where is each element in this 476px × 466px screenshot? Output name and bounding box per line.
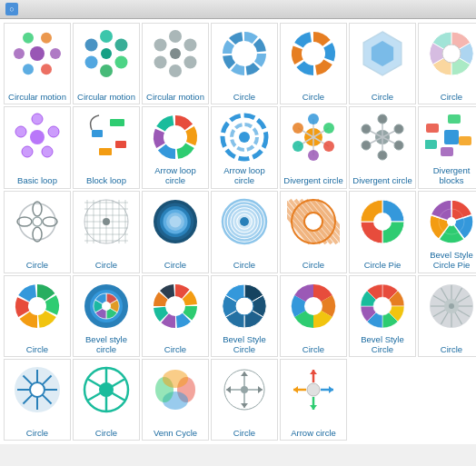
svg-point-4 [23, 33, 34, 44]
svg-point-25 [32, 114, 43, 124]
shape-cell-circle-12[interactable]: Circle [280, 275, 347, 358]
svg-point-18 [154, 56, 167, 69]
shape-cell-circle-6[interactable]: Circle [73, 191, 140, 273]
shape-cell-circle-16[interactable]: Circle [211, 359, 278, 441]
svg-point-17 [169, 64, 182, 77]
shape-cell-circle-pie-1[interactable]: Circle Pie [349, 191, 416, 273]
shape-cell-bevel-style-circle-2[interactable]: Bevel Style Circle [211, 275, 278, 358]
shape-cell-circle-1[interactable]: Circle [211, 23, 278, 104]
shape-cell-basic-loop[interactable]: Basic loop [4, 106, 71, 189]
shape-cell-circle-14[interactable]: Circle [4, 359, 71, 441]
shape-icon-circle-3 [356, 27, 409, 80]
shape-cell-block-loop[interactable]: Block loop [73, 106, 140, 189]
shape-icon-bevel-circle-1 [80, 280, 133, 332]
shape-cell-circle-15[interactable]: Circle [73, 359, 140, 441]
svg-rect-67 [459, 136, 471, 145]
shape-label-circle-14: Circle [26, 428, 48, 438]
shape-label-divergent-circle-1: Divergent circle [283, 175, 342, 185]
svg-point-44 [323, 141, 334, 152]
shape-icon-circle-14 [11, 363, 64, 416]
shape-label-circle-8: Circle [233, 260, 255, 270]
svg-point-28 [22, 146, 33, 157]
svg-point-12 [85, 39, 98, 52]
shape-cell-divergent-circle-2[interactable]: Divergent circle [349, 106, 416, 189]
svg-marker-170 [226, 386, 231, 393]
svg-point-46 [308, 150, 319, 161]
shape-cell-circular-motion-2[interactable]: Circular motion [73, 23, 140, 104]
shape-icon-block-loop [80, 111, 133, 164]
shape-cell-arrow-loop-circle[interactable]: Arrow loop circle [142, 106, 209, 189]
shape-cell-circle-13[interactable]: Circle [418, 275, 476, 358]
shape-icon-circle-7 [149, 195, 202, 248]
svg-point-3 [14, 48, 25, 59]
shape-label-circle-16: Circle [233, 428, 255, 438]
shape-cell-circle-2[interactable]: Circle [280, 23, 347, 104]
shape-icon-circle-11 [149, 280, 202, 332]
shape-icon-circular-motion-1 [11, 27, 64, 80]
svg-point-127 [304, 297, 322, 315]
svg-point-61 [362, 141, 371, 150]
svg-point-14 [169, 30, 182, 43]
svg-point-165 [163, 370, 188, 388]
shape-icon-bevel-style-circle-2 [218, 280, 271, 332]
shape-icon-circular-motion-2 [80, 27, 133, 80]
shape-cell-bevel-circle-1[interactable]: Bevel style circle [73, 275, 140, 358]
svg-marker-175 [310, 370, 317, 374]
shape-label-arrow-loop-circle-2: Arrow loop circle [213, 165, 275, 186]
shape-label-bevel-style-circle-2: Bevel Style Circle [213, 334, 275, 355]
shape-label-circle-15: Circle [95, 428, 117, 438]
shape-label-divergent-circle-2: Divergent circle [352, 175, 412, 185]
svg-point-57 [394, 141, 403, 150]
shape-icon-circle-2 [287, 27, 340, 80]
svg-point-182 [307, 383, 320, 396]
shape-label-bevel-style-circle-3: Bevel Style Circle [352, 334, 413, 355]
shape-cell-circle-3[interactable]: Circle [349, 23, 416, 104]
shape-cell-circle-5[interactable]: Circle [4, 191, 71, 273]
svg-point-5 [41, 33, 52, 44]
shape-label-circle-2: Circle [302, 92, 324, 102]
shape-icon-arrow-loop-circle [149, 111, 202, 164]
shape-icon-venn-cycle [149, 363, 202, 416]
shape-cell-circle-8[interactable]: Circle [211, 191, 278, 273]
shape-label-circle-9: Circle [302, 260, 324, 270]
svg-marker-181 [293, 386, 298, 393]
svg-point-55 [394, 124, 403, 134]
svg-rect-65 [426, 124, 439, 133]
svg-point-173 [241, 386, 248, 393]
shape-icon-circle-9 [287, 195, 340, 248]
svg-rect-30 [92, 130, 103, 137]
shape-cell-circle-9[interactable]: Circle [280, 191, 347, 273]
svg-point-123 [102, 302, 111, 311]
shape-label-circle-pie-1: Circle Pie [364, 260, 402, 270]
svg-marker-177 [329, 386, 333, 393]
shape-cell-venn-cycle[interactable]: Venn Cycle [142, 359, 209, 441]
shape-cell-divergent-circle-1[interactable]: Divergent circle [280, 106, 347, 189]
shape-label-circular-motion-2: Circular motion [77, 92, 135, 102]
svg-marker-171 [241, 372, 248, 376]
shape-label-venn-cycle: Venn Cycle [154, 428, 197, 438]
svg-point-15 [183, 39, 196, 52]
shape-cell-circular-motion-3[interactable]: Circular motion [142, 23, 209, 104]
svg-point-16 [183, 56, 196, 69]
shape-icon-basic-loop [11, 111, 64, 164]
shape-cell-circle-4[interactable]: Circle [418, 23, 476, 104]
shape-cell-circle-10[interactable]: Circle [4, 275, 71, 358]
shape-cell-circle-11[interactable]: Circle [142, 275, 209, 358]
shape-cell-circular-motion-1[interactable]: Circular motion [4, 23, 71, 104]
shape-cell-divergent-blocks[interactable]: Divergent blocks [418, 106, 476, 189]
shape-cell-circle-7[interactable]: Circle [142, 191, 209, 273]
svg-point-20 [170, 48, 181, 59]
shape-label-bevel-circle-1: Bevel style circle [75, 334, 137, 355]
svg-point-124 [166, 297, 184, 315]
svg-point-48 [293, 141, 303, 152]
svg-point-119 [447, 217, 456, 226]
shape-label-circular-motion-1: Circular motion [8, 92, 66, 102]
shape-cell-bevel-style-circle-3[interactable]: Bevel Style Circle [349, 275, 416, 358]
shape-label-circle-6: Circle [95, 260, 117, 270]
svg-point-104 [240, 217, 249, 226]
shape-label-circle-7: Circle [164, 260, 186, 270]
shape-icon-divergent-circle-1 [287, 111, 340, 164]
shape-cell-arrow-loop-circle-2[interactable]: Arrow loop circle [211, 106, 278, 189]
shape-cell-arrow-circle[interactable]: Arrow circle [280, 359, 347, 441]
shape-cell-bevel-circle-pie[interactable]: Bevel Style Circle Pie [418, 191, 476, 273]
